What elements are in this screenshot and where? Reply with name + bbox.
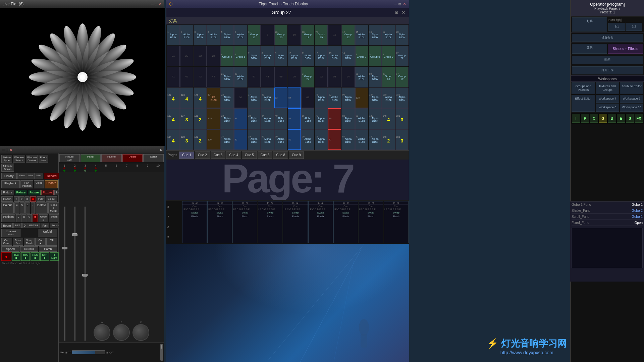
letter-I[interactable]: I <box>572 114 580 123</box>
shapes-effects-btn[interactable]: Shapes + Effects <box>608 44 643 54</box>
cell-70d[interactable]: 70AlphaB15k <box>315 108 328 129</box>
cell-139d[interactable]: 139AlphaB15k <box>369 108 382 129</box>
setup-btn[interactable]: 设置合台 <box>572 34 643 42</box>
close-icon[interactable]: ✕ <box>159 2 162 6</box>
cue4-tab[interactable]: Cue 4 <box>226 152 241 159</box>
min-btn[interactable]: Min <box>27 173 35 179</box>
cell-144c[interactable]: 144AlphaB15k <box>369 87 382 108</box>
td-close-icon[interactable]: ✕ <box>403 2 406 6</box>
close-pb-btn[interactable]: Close <box>34 180 44 188</box>
cell-120[interactable]: 1204 <box>194 87 207 108</box>
cell-23d[interactable]: 23AlphaB15k <box>220 108 233 129</box>
fan-btn[interactable]: Fan <box>41 223 49 228</box>
cell-138c[interactable]: 138 <box>355 87 368 108</box>
cell-22r2b[interactable]: 22Group22 <box>395 46 409 66</box>
cell-16[interactable]: 16AlphaB15k <box>369 25 382 45</box>
grp-2[interactable]: 2 <box>19 196 24 202</box>
cell-82c[interactable]: 82AlphaB15k <box>328 87 341 108</box>
cue5-tab[interactable]: Cue 5 <box>242 152 257 159</box>
cell-66e[interactable]: 66AlphaB15k <box>301 129 314 150</box>
cell-group29[interactable]: 79Group29 <box>315 25 328 45</box>
cell-17[interactable]: 17AlphaB15k <box>382 25 395 45</box>
td-restore-icon[interactable]: ⧉ <box>398 2 401 6</box>
edit-btn[interactable]: Edit <box>37 196 45 202</box>
cell-83d[interactable]: 83AlphaB15k <box>341 108 355 129</box>
record-btn[interactable]: Record <box>44 173 60 179</box>
cell-49d[interactable]: 49AlphaB15k <box>274 108 287 129</box>
cell-122[interactable]: 1222 <box>194 129 207 150</box>
group-btn[interactable]: Group <box>1 196 13 202</box>
unfold-btn[interactable]: Unfold <box>38 229 57 237</box>
pos-8[interactable]: 8 <box>21 214 26 222</box>
beam-0[interactable]: 0 <box>22 223 27 228</box>
cell-6[interactable]: 6AlphaB15k <box>234 25 247 45</box>
maximize-icon[interactable]: □ <box>155 2 157 6</box>
fixture-g2[interactable]: Fixture <box>28 190 41 195</box>
cell-group26[interactable]: 26Group26 <box>274 25 287 45</box>
cell-71e[interactable]: 71AlphaB15k <box>315 129 328 150</box>
cell-14r2[interactable]: 14AlphaB15k <box>341 46 355 66</box>
cell-22c[interactable]: 22AlphaB15k <box>220 87 233 108</box>
cue2-tab[interactable]: Cue 2 <box>195 152 210 159</box>
pos-7[interactable]: 7 <box>16 214 21 222</box>
cell-2[interactable]: 2AlphaB15k <box>180 25 193 45</box>
position-btn[interactable]: Position <box>1 214 15 222</box>
fader-3-knob[interactable] <box>82 274 88 277</box>
cell-89b[interactable]: 89AlphaB15k <box>369 67 382 87</box>
cell-44d[interactable]: 44AlphaB15k <box>261 108 274 129</box>
thru-g-btn[interactable]: Thru■ <box>21 252 30 261</box>
cell-84e[interactable]: 84AlphaB15k <box>341 129 355 150</box>
cell-38d[interactable]: 38AlphaB15k <box>248 108 261 129</box>
cell-4[interactable]: 4AlphaB15k <box>207 25 220 45</box>
beam-bst[interactable]: BST <box>13 223 22 228</box>
cell-91d[interactable]: 91AlphaB15k <box>355 108 368 129</box>
rec-g-btn[interactable]: REC■ <box>31 252 40 261</box>
cell-7r2[interactable]: 7AlphaB15k <box>248 46 261 66</box>
letter-FX[interactable]: FX <box>635 114 643 123</box>
colour-attr-btn[interactable]: Colour <box>46 196 57 202</box>
page-1-1[interactable]: 1/1 <box>608 23 625 31</box>
pos-9[interactable]: 9 <box>27 214 32 222</box>
cell-32e[interactable]: 32 <box>234 129 247 150</box>
effects-btn[interactable]: 效果 <box>572 44 607 54</box>
page-1-2[interactable]: 1/2 <box>626 23 642 31</box>
cell-50e[interactable]: 50AlphaB15k <box>274 129 287 150</box>
cell-group4[interactable]: 4Group 4 <box>220 46 233 66</box>
cell-15[interactable]: 15AlphaB15k <box>355 25 368 45</box>
col-dot[interactable]: · <box>31 202 35 214</box>
cell-5[interactable]: 5AlphaB15k <box>220 25 233 45</box>
channel-grid-btn[interactable]: ChannelGrid <box>1 229 20 237</box>
cell-134[interactable]: 1344 <box>167 129 180 150</box>
letter-E[interactable]: E <box>617 114 625 123</box>
grp-3[interactable]: 3 <box>24 196 30 202</box>
library-btn[interactable]: Library <box>1 173 17 179</box>
settings-icon[interactable]: ⚙ <box>394 10 399 15</box>
master-slider[interactable] <box>72 350 105 354</box>
cs-maximize[interactable]: □ <box>6 148 8 152</box>
zoom-btn[interactable]: Zoom <box>49 214 59 222</box>
grp-1[interactable]: 1 <box>14 196 19 202</box>
cell-140e[interactable]: 140AlphaB15k <box>369 129 382 150</box>
fixtures-groups-btn[interactable]: Fixtures and Groups <box>596 82 619 94</box>
time-g-btn[interactable]: TLC■ <box>12 252 20 261</box>
fixture-g1[interactable]: Fixture <box>15 190 28 195</box>
letter-B[interactable]: B <box>608 114 616 123</box>
cell-11r2[interactable]: 11AlphaB15k <box>301 46 314 66</box>
groups-palettes-btn[interactable]: Groups and Palettes <box>572 82 595 94</box>
cell-8r2[interactable]: 8AlphaB15k <box>261 46 274 66</box>
cell-group17[interactable]: 17Group17 <box>395 67 409 87</box>
cell-1[interactable]: 1AlphaB15k <box>167 25 180 45</box>
ft-1[interactable]: Fixture195 <box>59 154 80 162</box>
cell-group18[interactable]: 18Group18 <box>301 25 314 45</box>
cell-81b[interactable]: 81AlphaB15k <box>355 67 368 87</box>
colour-btn[interactable]: Colour <box>1 202 14 214</box>
fixture-type-btn[interactable]: FixtureType <box>1 155 12 163</box>
letter-S[interactable]: S <box>626 114 634 123</box>
grp-red[interactable]: ■ <box>30 196 36 202</box>
workspace9-btn[interactable]: Workspace 9 <box>620 95 643 103</box>
cell-10r2[interactable]: 10AlphaB15k <box>288 46 301 66</box>
cell-9r2[interactable]: 9AlphaB15k <box>274 46 287 66</box>
cut-btn[interactable]: Cut■ <box>35 238 46 246</box>
playback-mode-btn[interactable]: Playback <box>1 180 20 188</box>
speed-btn[interactable]: Speed <box>1 246 19 252</box>
